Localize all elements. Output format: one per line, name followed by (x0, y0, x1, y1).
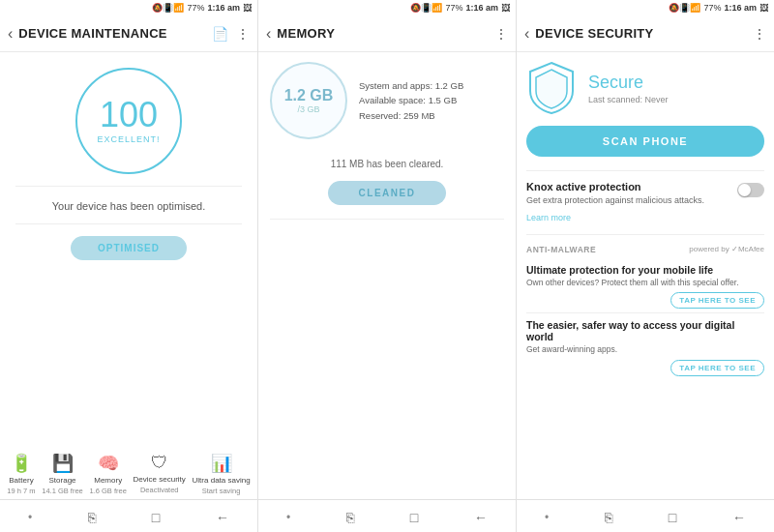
memory-item[interactable]: 🧠 Memory 1.6 GB free (90, 453, 127, 495)
storage-item[interactable]: 💾 Storage 14.1 GB free (42, 453, 83, 495)
dm-title: DEVICE MAINTENANCE (18, 26, 212, 41)
status-icons-1: 🔕📳📶 (152, 3, 184, 13)
nav-dot-3: • (545, 511, 549, 524)
mem-circle-value: 1.2 GB (284, 87, 334, 104)
promo-2-desc: Get award-winning apps. (526, 344, 764, 356)
sec-header: ‹ DEVICE SECURITY ⋮ (517, 15, 774, 52)
anti-malware-label: ANTI-MALWARE (526, 245, 596, 254)
status-icons-2: 🔕📳📶 (410, 3, 442, 13)
security-label: Device security (134, 475, 186, 484)
memory-icon: 🧠 (98, 453, 119, 474)
knox-text-area: Knox active protection Get extra protect… (526, 181, 704, 224)
gallery-icon-1: 🖼 (243, 3, 252, 13)
dm-circle: 100 EXCELLENT! (75, 68, 182, 174)
back-button-3[interactable]: ‹ (524, 25, 529, 43)
time-2: 1:16 am (465, 3, 498, 13)
status-bar-1: 🔕📳📶 77% 1:16 am 🖼 (0, 0, 257, 15)
knox-section: Knox active protection Get extra protect… (526, 175, 764, 230)
sec-header-icons: ⋮ (753, 26, 766, 42)
sec-title: DEVICE SECURITY (535, 26, 753, 41)
mem-circle: 1.2 GB /3 GB (270, 62, 347, 139)
dm-score-label: EXCELLENT! (97, 134, 160, 144)
nav-dot-2: • (286, 511, 290, 524)
knox-toggle[interactable] (737, 183, 764, 197)
battery-item[interactable]: 🔋 Battery 19 h 7 m (7, 453, 35, 495)
time-3: 1:16 am (724, 3, 757, 13)
memory-label: Memory (94, 476, 122, 485)
promo-block-2: The easier, safer way to access your dig… (526, 313, 764, 380)
device-security-item[interactable]: 🛡 Device security Deactivated (134, 453, 186, 495)
shield-icon (526, 60, 577, 116)
knox-learn-more[interactable]: Learn more (526, 213, 571, 222)
promo-1-desc: Own other devices? Protect them all with… (526, 278, 764, 289)
tap-here-button-1[interactable]: TAP HERE TO SEE (670, 292, 764, 309)
nav-dot-1: • (28, 511, 32, 524)
promo-1-title: Ultimate protection for your mobile life (526, 264, 764, 276)
battery-label: Battery (9, 476, 33, 485)
sec-last-scanned: Last scanned: Never (588, 95, 669, 104)
tap-here-button-2[interactable]: TAP HERE TO SEE (670, 360, 764, 376)
knox-row: Knox active protection Get extra protect… (526, 181, 764, 224)
screens-container: 🔕📳📶 77% 1:16 am 🖼 ‹ DEVICE MAINTENANCE 📄… (0, 0, 774, 532)
nav-back-1[interactable]: ← (216, 510, 229, 525)
more-icon-2[interactable]: ⋮ (494, 26, 508, 42)
mem-top-row: 1.2 GB /3 GB System and apps: 1.2 GB Ava… (270, 62, 504, 139)
nav-home-1[interactable]: □ (152, 510, 160, 525)
anti-malware-header: ANTI-MALWARE powered by ✓McAfee (526, 245, 764, 254)
dm-bottom-icons: 🔋 Battery 19 h 7 m 💾 Storage 14.1 GB fre… (0, 447, 257, 499)
dm-divider2 (15, 223, 242, 224)
storage-sub: 14.1 GB free (42, 487, 83, 495)
more-icon-3[interactable]: ⋮ (753, 26, 766, 42)
mem-cleared-text: 111 MB has been cleared. (270, 159, 504, 169)
sec-divider-1 (526, 170, 764, 171)
optimised-button[interactable]: OPTIMISED (71, 236, 187, 260)
battery-sub: 19 h 7 m (7, 487, 35, 495)
cleaned-button[interactable]: CLEANED (328, 181, 447, 205)
promo-2-title: The easier, safer way to access your dig… (526, 319, 764, 342)
nav-back-3[interactable]: ← (732, 510, 746, 525)
nav-recent-3[interactable]: ⎘ (605, 510, 612, 525)
dm-divider (15, 186, 242, 187)
ultra-data-icon: 📊 (211, 453, 232, 474)
nav-bar-2: • ⎘ □ ← (258, 499, 516, 532)
scan-phone-button[interactable]: SCAN PHONE (526, 126, 764, 157)
device-security-screen: 🔕📳📶 77% 1:16 am 🖼 ‹ DEVICE SECURITY ⋮ (517, 0, 774, 532)
mem-info-line-3: Reserved: 259 MB (359, 108, 463, 123)
storage-icon: 💾 (52, 453, 74, 474)
doc-icon[interactable]: 📄 (212, 26, 228, 42)
security-icon: 🛡 (151, 453, 168, 473)
nav-recent-1[interactable]: ⎘ (88, 510, 96, 525)
back-button-1[interactable]: ‹ (8, 25, 13, 43)
nav-home-3[interactable]: □ (669, 510, 676, 525)
dm-description: Your device has been optimised. (0, 191, 257, 220)
sec-content: Secure Last scanned: Never SCAN PHONE Kn… (517, 52, 774, 499)
storage-label: Storage (49, 476, 76, 485)
knox-desc: Get extra protection against malicious a… (526, 194, 704, 207)
mem-circle-total: /3 GB (297, 104, 319, 114)
more-icon-1[interactable]: ⋮ (236, 26, 250, 42)
mem-header-icons: ⋮ (494, 26, 508, 42)
status-icons-3: 🔕📳📶 (669, 3, 700, 13)
nav-recent-2[interactable]: ⎘ (346, 510, 354, 525)
memory-sub: 1.6 GB free (90, 487, 127, 495)
knox-title: Knox active protection (526, 181, 704, 192)
sec-top-row: Secure Last scanned: Never (526, 60, 764, 116)
nav-back-2[interactable]: ← (474, 510, 488, 525)
ultra-data-sub: Start saving (202, 487, 241, 495)
gallery-icon-3: 🖼 (759, 3, 768, 13)
mem-content: 1.2 GB /3 GB System and apps: 1.2 GB Ava… (258, 52, 516, 499)
battery-2: 77% (445, 3, 462, 13)
back-button-2[interactable]: ‹ (266, 25, 271, 43)
sec-divider-2 (526, 234, 764, 235)
mem-divider (270, 219, 504, 220)
dm-content: 100 EXCELLENT! Your device has been opti… (0, 52, 257, 499)
mem-info: System and apps: 1.2 GB Available space:… (359, 78, 463, 123)
status-bar-3: 🔕📳📶 77% 1:16 am 🖼 (517, 0, 774, 15)
mem-info-line-2: Available space: 1.5 GB (359, 93, 463, 107)
nav-home-2[interactable]: □ (410, 510, 418, 525)
sec-main: Secure Last scanned: Never SCAN PHONE Kn… (517, 52, 774, 499)
dm-circle-area: 100 EXCELLENT! (0, 52, 257, 182)
battery-3: 77% (703, 3, 721, 13)
mcafee-logo: powered by ✓McAfee (689, 245, 764, 253)
ultra-data-item[interactable]: 📊 Ultra data saving Start saving (193, 453, 251, 495)
